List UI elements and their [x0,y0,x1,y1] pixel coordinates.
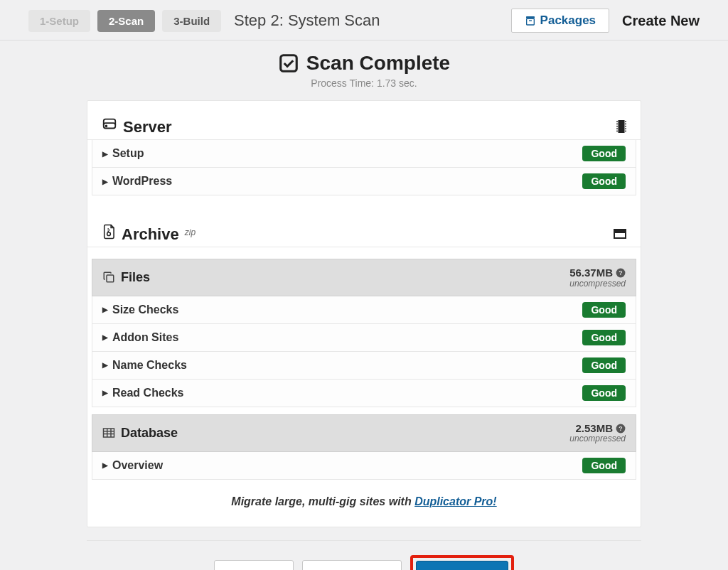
svg-text:?: ? [619,425,622,432]
svg-rect-21 [614,230,626,232]
back-label: Back [246,568,273,570]
status-badge: Good [582,357,626,373]
status-badge: Good [582,146,626,161]
svg-rect-11 [625,121,626,122]
svg-rect-6 [616,121,618,122]
packages-label: Packages [540,14,596,28]
svg-rect-18 [107,230,109,232]
database-title: Database [121,426,178,441]
top-actions: Packages Create New [511,9,700,33]
svg-rect-14 [625,128,626,129]
back-button[interactable]: Back [214,560,294,570]
files-item-size-checks[interactable]: ▶Size Checks Good [92,296,636,324]
caret-right-icon: ▶ [102,333,108,341]
svg-rect-3 [281,55,297,72]
caret-right-icon: ▶ [102,389,108,397]
svg-rect-13 [625,126,626,127]
svg-rect-2 [529,20,532,21]
caret-right-icon: ▶ [102,361,108,369]
build-button[interactable]: Build [416,561,508,570]
server-item-wordpress[interactable]: ▶WordPress Good [92,168,636,195]
caret-right-icon: ▶ [102,461,108,469]
row-label: Overview [112,459,163,472]
create-new-heading: Create New [622,13,700,29]
files-item-addon-sites[interactable]: ▶Addon Sites Good [92,324,636,352]
table-icon [102,427,115,439]
archive-section-header: Archive zip [87,208,641,247]
svg-point-4 [106,125,107,127]
archive-box-icon [525,15,536,26]
row-label: Read Checks [112,387,184,399]
database-size: 2.53MB [575,423,613,435]
database-item-overview[interactable]: ▶Overview Good [92,452,636,480]
server-item-setup[interactable]: ▶Setup Good [92,140,636,168]
status-badge: Good [582,302,626,318]
svg-rect-25 [104,429,114,437]
scan-results-panel: Server ▶Setup Good ▶WordPress Good Archi… [87,100,641,527]
promo-line: Migrate large, multi-gig sites with Dupl… [87,495,641,508]
files-uncompressed: uncompressed [569,279,626,289]
copy-icon [102,271,115,284]
status-badge: Good [582,385,626,401]
build-label: Build [442,568,469,570]
duplicator-pro-link[interactable]: Duplicator Pro! [414,495,497,507]
status-badge: Good [582,458,626,473]
scan-complete-header: Scan Complete Process Time: 1.73 sec. [0,52,728,89]
row-label: Size Checks [112,303,178,316]
svg-rect-7 [616,124,618,125]
footer-divider [87,540,641,541]
row-label: Addon Sites [112,331,178,344]
row-label: Setup [112,147,144,160]
caret-right-icon: ▶ [102,178,108,185]
rescan-label: Rescan [331,568,373,570]
step-1-setup: 1-Setup [28,10,90,32]
process-time: Process Time: 1.73 sec. [0,77,728,89]
svg-rect-0 [526,16,535,18]
window-icon [614,229,626,239]
svg-rect-17 [109,230,110,231]
files-item-read-checks[interactable]: ▶Read Checks Good [92,380,636,407]
packages-button[interactable]: Packages [511,9,609,33]
help-icon[interactable]: ? [616,424,626,434]
svg-rect-9 [616,128,618,129]
svg-rect-8 [616,126,618,127]
files-size: 56.37MB [569,267,613,279]
database-group-header: Database 2.53MB ? uncompressed [92,414,636,452]
status-badge: Good [582,330,626,345]
build-highlight: Build [410,555,514,570]
files-item-name-checks[interactable]: ▶Name Checks Good [92,352,636,380]
server-section-header: Server [87,101,641,140]
wizard-buttons: Back Rescan Build [0,555,728,570]
svg-rect-12 [625,124,626,125]
archive-format: zip [185,227,196,237]
archive-title: Archive [122,225,179,244]
check-square-icon [278,53,299,74]
server-title: Server [123,118,172,136]
svg-rect-10 [616,131,618,132]
rescan-button[interactable]: Rescan [302,560,402,570]
files-group-header: Files 56.37MB ? uncompressed [92,259,636,296]
svg-point-19 [107,232,111,236]
status-badge: Good [582,173,626,189]
svg-rect-22 [107,275,114,282]
promo-prefix: Migrate large, multi-gig sites with [231,495,414,507]
files-title: Files [121,270,150,285]
hdd-icon [102,117,117,132]
row-label: WordPress [112,175,172,188]
svg-rect-5 [619,120,625,133]
help-icon[interactable]: ? [616,268,626,278]
row-label: Name Checks [112,359,187,372]
svg-rect-1 [526,18,534,25]
step-3-build[interactable]: 3-Build [162,10,221,32]
step-2-scan: 2-Scan [97,10,155,32]
svg-text:?: ? [619,269,622,276]
svg-rect-15 [625,131,626,132]
file-archive-icon [102,224,116,240]
scan-title: Scan Complete [306,52,450,75]
caret-right-icon: ▶ [102,306,108,313]
film-icon [616,120,626,133]
caret-right-icon: ▶ [102,150,108,158]
wizard-header: 1-Setup 2-Scan 3-Build Step 2: System Sc… [0,0,728,41]
svg-rect-16 [107,228,109,230]
step-title: Step 2: System Scan [234,11,504,30]
